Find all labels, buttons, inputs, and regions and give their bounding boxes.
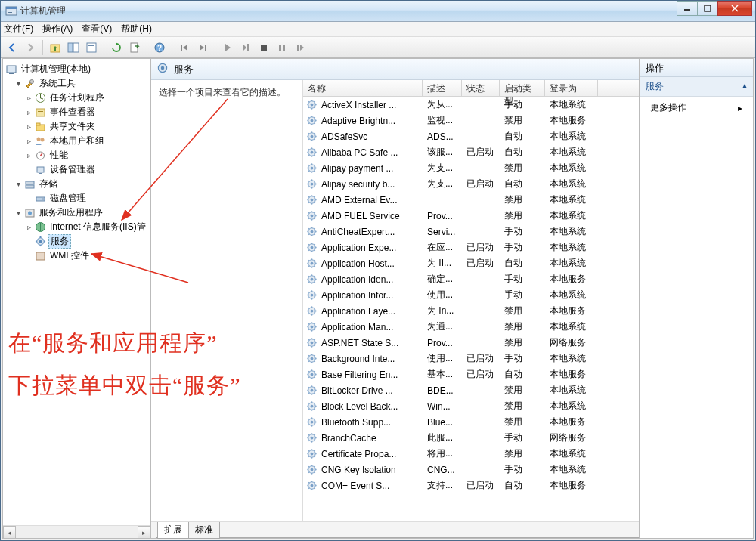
service-row[interactable]: Background Inte...使用...已启动手动本地系统: [303, 351, 639, 366]
menu-action[interactable]: 操作(A): [42, 23, 73, 36]
services-header-label: 服务: [174, 63, 194, 76]
expand-icon[interactable]: ▹: [24, 151, 33, 159]
nav-tree[interactable]: 计算机管理(本地) ▾ 系统工具 ▹任务计划程序: [3, 62, 150, 263]
svg-line-287: [308, 466, 309, 467]
tree-local-users[interactable]: ▹本地用户和组: [3, 134, 150, 148]
up-button[interactable]: [47, 39, 64, 56]
svg-rect-11: [88, 48, 94, 48]
back-button[interactable]: [4, 39, 20, 56]
maximize-button[interactable]: [697, 1, 718, 16]
service-row[interactable]: BranchCache此服...手动网络服务: [303, 430, 639, 446]
expand-icon[interactable]: ▹: [24, 223, 33, 231]
stop-button[interactable]: [256, 39, 272, 56]
svg-line-130: [308, 218, 309, 219]
menu-view[interactable]: 查看(V): [82, 23, 112, 36]
tree-shared-folders[interactable]: ▹共享文件夹: [3, 119, 150, 134]
service-row[interactable]: Application Iden...确定...手动本地服务: [303, 271, 639, 287]
service-row[interactable]: ActiveX Installer ...为从...手动本地系统: [303, 97, 639, 113]
cell-startup: 禁用: [501, 209, 547, 222]
col-status[interactable]: 状态: [462, 80, 500, 96]
col-startup[interactable]: 启动类型: [500, 80, 545, 96]
svg-rect-48: [36, 252, 45, 260]
tab-standard[interactable]: 标准: [188, 522, 220, 539]
tree-services[interactable]: ▹服务: [3, 234, 150, 249]
tree-storage[interactable]: ▾ 存储: [3, 177, 150, 191]
service-row[interactable]: Block Level Back...Win...禁用本地系统: [303, 398, 639, 414]
col-desc[interactable]: 描述: [423, 80, 462, 96]
menu-help[interactable]: 帮助(H): [121, 23, 152, 36]
actions-context[interactable]: 服务 ▴: [640, 77, 753, 97]
service-row[interactable]: AMD External Ev...禁用本地系统: [303, 192, 639, 208]
tree-wmi[interactable]: ▹WMI 控件: [3, 249, 150, 263]
tree-performance[interactable]: ▹性能: [3, 148, 150, 162]
resume-button[interactable]: [292, 39, 308, 56]
show-hide-tree-button[interactable]: [65, 39, 82, 56]
minimize-button[interactable]: [677, 1, 698, 16]
expand-icon[interactable]: ▹: [24, 108, 33, 116]
play-button[interactable]: [219, 39, 236, 56]
actions-more[interactable]: 更多操作 ▸: [640, 97, 753, 119]
svg-line-167: [308, 276, 309, 277]
pause-button[interactable]: [274, 39, 290, 56]
tree-event-viewer[interactable]: ▹事件查看器: [3, 105, 150, 119]
service-row[interactable]: AntiCheatExpert...Servi...手动本地系统: [303, 224, 639, 240]
menu-file[interactable]: 文件(F): [4, 23, 33, 36]
service-row[interactable]: ADSafeSvcADS...自动本地系统: [303, 128, 639, 144]
tree-hscrollbar[interactable]: ◂ ▸: [3, 525, 150, 538]
tree-device-manager[interactable]: ▹设备管理器: [3, 162, 150, 177]
service-row[interactable]: CNG Key IsolationCNG...手动本地系统: [303, 462, 639, 478]
cell-name: CNG Key Isolation: [318, 465, 424, 475]
service-row[interactable]: COM+ Event S...支持...已启动自动本地服务: [303, 478, 639, 493]
export-button[interactable]: [126, 39, 143, 56]
expand-icon[interactable]: ▹: [24, 94, 33, 102]
media-prev-button[interactable]: [176, 39, 193, 56]
service-row[interactable]: Alipay payment ...为支...禁用本地系统: [303, 160, 639, 176]
collapse-icon[interactable]: ▾: [14, 79, 23, 88]
tree-iis[interactable]: ▹Internet 信息服务(IIS)管: [3, 220, 150, 234]
service-row[interactable]: Base Filtering En...基本...已启动自动本地服务: [303, 366, 639, 382]
service-row[interactable]: BitLocker Drive ...BDE...禁用本地系统: [303, 382, 639, 398]
properties-button[interactable]: [83, 39, 100, 56]
list-rows[interactable]: ActiveX Installer ...为从...手动本地系统Adaptive…: [303, 97, 639, 521]
svg-line-297: [308, 482, 309, 483]
tree-services-apps[interactable]: ▾ 服务和应用程序: [3, 206, 150, 220]
service-row[interactable]: Application Laye...为 In...禁用本地服务: [303, 303, 639, 319]
service-row[interactable]: Application Infor...使用...手动本地系统: [303, 287, 639, 303]
svg-line-259: [314, 419, 314, 419]
close-button[interactable]: [717, 1, 752, 16]
tree-task-scheduler[interactable]: ▹任务计划程序: [3, 91, 150, 105]
service-row[interactable]: Bluetooth Supp...Blue...禁用本地服务: [303, 414, 639, 430]
svg-line-128: [314, 218, 314, 219]
gear-icon: [305, 115, 318, 126]
service-row[interactable]: Certificate Propa...将用...禁用本地系统: [303, 446, 639, 462]
col-logon[interactable]: 登录为: [545, 80, 598, 96]
forward-button[interactable]: [22, 39, 39, 56]
service-row[interactable]: Alibaba PC Safe ...该服...已启动自动本地系统: [303, 144, 639, 160]
scroll-right-icon[interactable]: ▸: [138, 526, 150, 538]
tree-system-tools[interactable]: ▾ 系统工具: [3, 76, 150, 91]
scroll-left-icon[interactable]: ◂: [3, 526, 16, 538]
step-button[interactable]: [237, 39, 254, 56]
service-row[interactable]: Application Expe...在应...已启动手动本地系统: [303, 240, 639, 255]
collapse-icon[interactable]: ▾: [14, 209, 23, 217]
tree-root[interactable]: 计算机管理(本地): [3, 62, 150, 76]
help-button[interactable]: ?: [151, 39, 168, 56]
col-name[interactable]: 名称: [303, 80, 423, 96]
service-row[interactable]: Application Man...为通...禁用本地系统: [303, 319, 639, 335]
svg-rect-19: [279, 45, 281, 51]
media-next-button[interactable]: [194, 39, 211, 56]
tab-extended[interactable]: 扩展: [157, 522, 189, 539]
service-row[interactable]: Alipay security b...为支...已启动自动本地系统: [303, 176, 639, 192]
service-row[interactable]: Adaptive Brightn...监视...禁用本地服务: [303, 113, 639, 128]
collapse-icon[interactable]: ▾: [14, 180, 23, 188]
svg-line-250: [308, 409, 309, 410]
expand-icon[interactable]: ▹: [24, 137, 33, 145]
titlebar[interactable]: 计算机管理: [1, 1, 755, 22]
cell-logon: 本地系统: [547, 225, 600, 238]
refresh-button[interactable]: [108, 39, 125, 56]
service-row[interactable]: AMD FUEL ServiceProv...禁用本地系统: [303, 208, 639, 224]
service-row[interactable]: ASP.NET State S...Prov...禁用网络服务: [303, 335, 639, 351]
service-row[interactable]: Application Host...为 II...已启动自动本地系统: [303, 255, 639, 271]
tree-disk-mgmt[interactable]: ▹磁盘管理: [3, 191, 150, 206]
expand-icon[interactable]: ▹: [24, 122, 33, 131]
